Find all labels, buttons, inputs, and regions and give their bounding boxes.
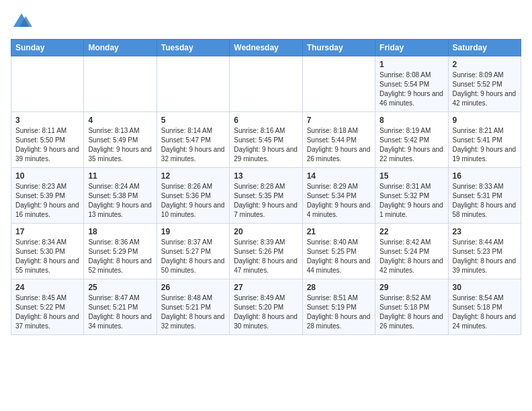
- calendar-cell: 18Sunrise: 8:36 AM Sunset: 5:29 PM Dayli…: [84, 224, 157, 279]
- day-content: Sunrise: 8:23 AM Sunset: 5:39 PM Dayligh…: [15, 182, 79, 220]
- calendar-cell: 23Sunrise: 8:44 AM Sunset: 5:23 PM Dayli…: [448, 224, 521, 279]
- day-content: Sunrise: 8:13 AM Sunset: 5:49 PM Dayligh…: [88, 126, 152, 164]
- calendar-cell: 4Sunrise: 8:13 AM Sunset: 5:49 PM Daylig…: [84, 112, 157, 168]
- day-number: 5: [161, 116, 225, 125]
- day-header-saturday: Saturday: [448, 40, 521, 56]
- day-header-thursday: Thursday: [302, 40, 375, 56]
- day-content: Sunrise: 8:19 AM Sunset: 5:42 PM Dayligh…: [380, 126, 443, 164]
- week-row-4: 17Sunrise: 8:34 AM Sunset: 5:30 PM Dayli…: [11, 224, 521, 279]
- day-content: Sunrise: 8:28 AM Sunset: 5:35 PM Dayligh…: [234, 182, 298, 220]
- week-row-3: 10Sunrise: 8:23 AM Sunset: 5:39 PM Dayli…: [11, 168, 521, 224]
- calendar-cell: [11, 56, 84, 112]
- day-number: 8: [380, 116, 443, 125]
- day-content: Sunrise: 8:39 AM Sunset: 5:26 PM Dayligh…: [234, 238, 298, 275]
- calendar-cell: 5Sunrise: 8:14 AM Sunset: 5:47 PM Daylig…: [157, 112, 229, 168]
- week-row-1: 1Sunrise: 8:08 AM Sunset: 5:54 PM Daylig…: [11, 56, 521, 112]
- day-content: Sunrise: 8:11 AM Sunset: 5:50 PM Dayligh…: [15, 126, 79, 164]
- day-number: 20: [234, 227, 298, 236]
- day-content: Sunrise: 8:18 AM Sunset: 5:44 PM Dayligh…: [307, 126, 371, 164]
- logo-icon: [11, 11, 32, 32]
- calendar-cell: 16Sunrise: 8:33 AM Sunset: 5:31 PM Dayli…: [448, 168, 521, 224]
- day-content: Sunrise: 8:16 AM Sunset: 5:45 PM Dayligh…: [234, 126, 298, 164]
- calendar-cell: 12Sunrise: 8:26 AM Sunset: 5:36 PM Dayli…: [157, 168, 229, 224]
- calendar-cell: 20Sunrise: 8:39 AM Sunset: 5:26 PM Dayli…: [230, 224, 302, 279]
- calendar-cell: [230, 56, 302, 112]
- page-container: SundayMondayTuesdayWednesdayThursdayFrid…: [0, 0, 532, 340]
- day-content: Sunrise: 8:31 AM Sunset: 5:32 PM Dayligh…: [380, 182, 443, 220]
- day-number: 22: [380, 227, 443, 236]
- day-content: Sunrise: 8:14 AM Sunset: 5:47 PM Dayligh…: [161, 126, 225, 164]
- calendar-cell: 3Sunrise: 8:11 AM Sunset: 5:50 PM Daylig…: [11, 112, 84, 168]
- calendar-cell: 8Sunrise: 8:19 AM Sunset: 5:42 PM Daylig…: [375, 112, 448, 168]
- day-number: 28: [307, 283, 371, 292]
- day-number: 16: [453, 171, 517, 181]
- day-content: Sunrise: 8:34 AM Sunset: 5:30 PM Dayligh…: [15, 238, 79, 275]
- calendar-cell: 14Sunrise: 8:29 AM Sunset: 5:34 PM Dayli…: [302, 168, 375, 224]
- day-number: 9: [453, 116, 517, 125]
- calendar-cell: [157, 56, 229, 112]
- day-number: 21: [307, 227, 371, 236]
- day-content: Sunrise: 8:40 AM Sunset: 5:25 PM Dayligh…: [307, 238, 371, 275]
- calendar-cell: 15Sunrise: 8:31 AM Sunset: 5:32 PM Dayli…: [375, 168, 448, 224]
- day-number: 29: [380, 283, 443, 292]
- week-row-5: 24Sunrise: 8:45 AM Sunset: 5:22 PM Dayli…: [11, 279, 521, 335]
- calendar-cell: 9Sunrise: 8:21 AM Sunset: 5:41 PM Daylig…: [448, 112, 521, 168]
- calendar-cell: 28Sunrise: 8:51 AM Sunset: 5:19 PM Dayli…: [302, 279, 375, 335]
- day-number: 17: [15, 227, 79, 236]
- day-header-wednesday: Wednesday: [230, 40, 302, 56]
- week-row-2: 3Sunrise: 8:11 AM Sunset: 5:50 PM Daylig…: [11, 112, 521, 168]
- logo: [11, 11, 35, 32]
- day-number: 7: [307, 116, 371, 125]
- calendar-cell: 17Sunrise: 8:34 AM Sunset: 5:30 PM Dayli…: [11, 224, 84, 279]
- day-content: Sunrise: 8:47 AM Sunset: 5:21 PM Dayligh…: [88, 293, 152, 331]
- day-number: 27: [234, 283, 298, 292]
- calendar-cell: 26Sunrise: 8:48 AM Sunset: 5:21 PM Dayli…: [157, 279, 229, 335]
- day-number: 6: [234, 116, 298, 125]
- day-content: Sunrise: 8:49 AM Sunset: 5:20 PM Dayligh…: [234, 293, 298, 331]
- day-number: 14: [307, 171, 371, 181]
- day-number: 10: [15, 171, 79, 181]
- day-content: Sunrise: 8:52 AM Sunset: 5:18 PM Dayligh…: [380, 293, 443, 331]
- day-number: 26: [161, 283, 225, 292]
- calendar-cell: 25Sunrise: 8:47 AM Sunset: 5:21 PM Dayli…: [84, 279, 157, 335]
- day-content: Sunrise: 8:26 AM Sunset: 5:36 PM Dayligh…: [161, 182, 225, 220]
- day-header-friday: Friday: [375, 40, 448, 56]
- calendar-cell: 29Sunrise: 8:52 AM Sunset: 5:18 PM Dayli…: [375, 279, 448, 335]
- day-content: Sunrise: 8:21 AM Sunset: 5:41 PM Dayligh…: [453, 126, 517, 164]
- day-number: 2: [453, 60, 517, 69]
- day-content: Sunrise: 8:51 AM Sunset: 5:19 PM Dayligh…: [307, 293, 371, 331]
- calendar-cell: 30Sunrise: 8:54 AM Sunset: 5:18 PM Dayli…: [448, 279, 521, 335]
- calendar-cell: [84, 56, 157, 112]
- day-content: Sunrise: 8:24 AM Sunset: 5:38 PM Dayligh…: [88, 182, 152, 220]
- day-content: Sunrise: 8:54 AM Sunset: 5:18 PM Dayligh…: [453, 293, 517, 331]
- calendar-cell: 6Sunrise: 8:16 AM Sunset: 5:45 PM Daylig…: [230, 112, 302, 168]
- calendar-cell: 27Sunrise: 8:49 AM Sunset: 5:20 PM Dayli…: [230, 279, 302, 335]
- day-header-monday: Monday: [84, 40, 157, 56]
- calendar-cell: 19Sunrise: 8:37 AM Sunset: 5:27 PM Dayli…: [157, 224, 229, 279]
- calendar-cell: 1Sunrise: 8:08 AM Sunset: 5:54 PM Daylig…: [375, 56, 448, 112]
- day-content: Sunrise: 8:44 AM Sunset: 5:23 PM Dayligh…: [453, 238, 517, 275]
- day-content: Sunrise: 8:29 AM Sunset: 5:34 PM Dayligh…: [307, 182, 371, 220]
- day-number: 18: [88, 227, 152, 236]
- header: [11, 11, 521, 32]
- day-content: Sunrise: 8:45 AM Sunset: 5:22 PM Dayligh…: [15, 293, 79, 331]
- day-number: 30: [453, 283, 517, 292]
- day-content: Sunrise: 8:33 AM Sunset: 5:31 PM Dayligh…: [453, 182, 517, 220]
- day-number: 12: [161, 171, 225, 181]
- day-number: 25: [88, 283, 152, 292]
- day-header-tuesday: Tuesday: [157, 40, 229, 56]
- day-content: Sunrise: 8:42 AM Sunset: 5:24 PM Dayligh…: [380, 238, 443, 275]
- header-row: SundayMondayTuesdayWednesdayThursdayFrid…: [11, 40, 521, 56]
- day-number: 23: [453, 227, 517, 236]
- day-number: 15: [380, 171, 443, 181]
- day-header-sunday: Sunday: [11, 40, 84, 56]
- calendar-cell: 21Sunrise: 8:40 AM Sunset: 5:25 PM Dayli…: [302, 224, 375, 279]
- day-content: Sunrise: 8:08 AM Sunset: 5:54 PM Dayligh…: [380, 71, 443, 108]
- calendar-cell: 24Sunrise: 8:45 AM Sunset: 5:22 PM Dayli…: [11, 279, 84, 335]
- day-number: 3: [15, 116, 79, 125]
- calendar-table: SundayMondayTuesdayWednesdayThursdayFrid…: [11, 39, 521, 335]
- calendar-cell: [302, 56, 375, 112]
- calendar-cell: 13Sunrise: 8:28 AM Sunset: 5:35 PM Dayli…: [230, 168, 302, 224]
- day-content: Sunrise: 8:37 AM Sunset: 5:27 PM Dayligh…: [161, 238, 225, 275]
- day-content: Sunrise: 8:48 AM Sunset: 5:21 PM Dayligh…: [161, 293, 225, 331]
